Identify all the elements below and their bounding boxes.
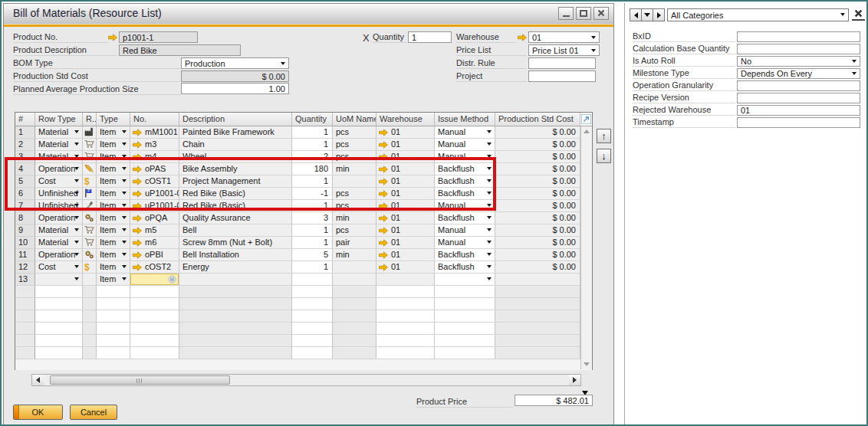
item-no-cell[interactable]: cOST2 [130,261,179,274]
item-no-cell[interactable]: oPAS [130,163,179,175]
item-no-cell[interactable]: m4 [130,151,179,163]
next-category-button[interactable] [653,8,665,21]
item-type-dropdown[interactable]: Item [97,151,130,163]
link-arrow-icon[interactable] [379,129,388,136]
warehouse-dropdown[interactable]: 01 [528,31,600,43]
issue-method-dropdown[interactable] [435,274,495,286]
item-no-cell[interactable]: oPBI [130,249,179,261]
bom-type-dropdown[interactable]: Production [181,57,289,69]
item-type-dropdown[interactable]: Item [97,175,130,188]
row-type-dropdown[interactable]: Material [35,224,83,237]
item-type-dropdown[interactable]: Item [97,249,130,261]
choose-from-list-icon[interactable] [168,275,176,285]
scroll-left-button[interactable] [32,375,44,385]
warehouse-cell[interactable]: 01 [376,151,435,163]
move-row-down-button[interactable]: ↓ [597,149,611,163]
price-list-dropdown[interactable]: Price List 01 [528,44,600,56]
item-no-cell[interactable]: mM1001 [130,126,179,139]
warehouse-cell[interactable]: 01 [376,212,435,224]
bxid-field[interactable] [737,31,860,42]
link-arrow-icon[interactable] [518,34,527,41]
issue-method-dropdown[interactable]: Backflush [435,188,495,200]
item-type-dropdown[interactable]: Item [97,139,130,151]
link-arrow-icon[interactable] [133,239,142,247]
link-arrow-icon[interactable] [133,202,142,210]
row-type-dropdown[interactable]: Cost [35,261,83,274]
item-no-cell[interactable]: m5 [130,224,179,237]
column-header-quantity[interactable]: Quantity [292,113,333,126]
table-horizontal-scrollbar[interactable] [31,374,581,386]
quantity-cell[interactable]: 1 [292,200,333,212]
warehouse-cell[interactable]: 01 [376,175,435,188]
row-type-dropdown[interactable]: Operation [35,249,83,261]
row-type-dropdown[interactable]: Material [35,139,83,151]
link-arrow-icon[interactable] [379,215,388,222]
product-no-field[interactable]: p1001-1 [119,31,198,43]
scrollbar-thumb[interactable] [50,375,230,385]
item-no-cell[interactable]: oPQA [130,212,179,224]
warehouse-cell[interactable]: 01 [376,126,435,139]
link-arrow-icon[interactable] [108,34,117,41]
link-arrow-icon[interactable] [133,251,142,259]
link-arrow-icon[interactable] [379,153,388,161]
column-header-r-[interactable]: R.. [83,113,97,126]
quantity-cell[interactable]: 1 [292,261,333,274]
quantity-field[interactable]: 1 [408,31,452,43]
warehouse-cell[interactable] [376,274,435,286]
quantity-cell[interactable]: 5 [292,249,333,261]
row-number[interactable]: 13 [15,274,35,286]
item-type-dropdown[interactable]: Item [97,212,130,224]
issue-method-dropdown[interactable]: Manual [435,139,495,151]
issue-method-dropdown[interactable]: Backflush [435,175,495,188]
row-number[interactable]: 1 [15,126,35,139]
issue-method-dropdown[interactable]: Manual [435,126,495,139]
warehouse-cell[interactable]: 01 [376,224,435,237]
item-type-dropdown[interactable]: Item [97,126,130,139]
minimize-button[interactable] [558,7,574,20]
link-arrow-icon[interactable] [379,239,388,247]
quantity-cell[interactable]: 2 [292,151,333,163]
item-type-dropdown[interactable]: Item [97,261,130,274]
milestone-type-dropdown[interactable]: Depends On Every [737,68,860,79]
item-type-dropdown[interactable]: Item [97,200,130,212]
item-type-dropdown[interactable]: Item [97,188,130,200]
link-arrow-icon[interactable] [133,264,142,271]
issue-method-dropdown[interactable]: Backflush [435,261,495,274]
link-arrow-icon[interactable] [133,190,142,198]
row-number[interactable]: 10 [15,237,35,249]
ok-button[interactable]: OK [13,405,63,420]
link-arrow-icon[interactable] [379,165,388,173]
issue-method-dropdown[interactable]: Backflush [435,249,495,261]
category-dropdown[interactable]: All Categories [667,8,849,21]
issue-method-dropdown[interactable]: Manual [435,224,495,237]
row-number[interactable]: 7 [15,200,35,212]
quantity-cell[interactable]: 1 [292,139,333,151]
quantity-cell[interactable]: 1 [292,224,333,237]
column-header-type[interactable]: Type [97,113,130,126]
row-number[interactable]: 6 [15,188,35,200]
row-type-dropdown[interactable] [35,274,83,286]
column-header-production-std-cost[interactable]: Production Std Cost [495,113,580,126]
cancel-button[interactable]: Cancel [70,405,117,420]
row-type-dropdown[interactable]: Material [35,151,83,163]
prev-category-button[interactable] [630,8,642,21]
product-description-field[interactable]: Red Bike [119,44,241,56]
quantity-cell[interactable]: 3 [292,212,333,224]
operation-granularity-field[interactable] [737,80,860,91]
item-no-active-cell[interactable] [130,274,179,286]
item-type-dropdown[interactable]: Item [97,237,130,249]
calculation-base-quantity-field[interactable] [737,44,860,54]
row-type-dropdown[interactable]: Unfinished [35,188,83,200]
link-arrow-icon[interactable] [379,227,388,234]
column-header-uom-name[interactable]: UoM Name [333,113,376,126]
warehouse-cell[interactable]: 01 [376,261,435,274]
link-arrow-icon[interactable] [133,141,142,149]
column-header-description[interactable]: Description [179,113,292,126]
item-no-cell[interactable]: cOST1 [130,175,179,188]
link-arrow-icon[interactable] [379,202,388,210]
row-type-dropdown[interactable]: Cost [35,175,83,188]
link-arrow-icon[interactable] [379,178,388,185]
project-field[interactable] [528,70,596,82]
maximize-button[interactable] [576,7,591,20]
row-type-dropdown[interactable]: Operation [35,212,83,224]
